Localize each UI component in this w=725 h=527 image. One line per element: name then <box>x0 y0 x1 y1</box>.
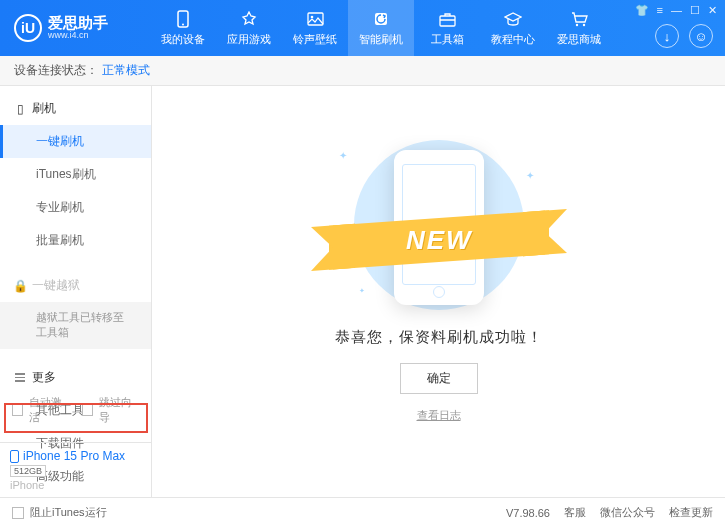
menu-icon[interactable]: ≡ <box>657 4 663 17</box>
skin-icon[interactable]: 👕 <box>635 4 649 17</box>
nav-apps[interactable]: 应用游戏 <box>216 0 282 56</box>
maximize-icon[interactable]: ☐ <box>690 4 700 17</box>
checkbox-block-itunes[interactable] <box>12 507 24 519</box>
label-auto-activate: 自动激活 <box>29 395 69 425</box>
cart-icon <box>569 9 589 29</box>
sidebar-options: 自动激活 跳过向导 <box>0 389 151 431</box>
sidebar-item-batch-flash[interactable]: 批量刷机 <box>0 224 151 257</box>
close-icon[interactable]: ✕ <box>708 4 717 17</box>
sidebar: ▯刷机 一键刷机 iTunes刷机 专业刷机 批量刷机 🔒一键越狱 越狱工具已转… <box>0 86 152 497</box>
app-site: www.i4.cn <box>48 31 108 41</box>
apps-icon <box>239 9 259 29</box>
svg-rect-2 <box>308 13 323 25</box>
graduation-icon <box>503 9 523 29</box>
nav-store[interactable]: 爱思商城 <box>546 0 612 56</box>
sidebar-jailbreak-note: 越狱工具已转移至 工具箱 <box>0 302 151 349</box>
nav-toolbox[interactable]: 工具箱 <box>414 0 480 56</box>
main-content: ✦ ✦ ✦ NEW 恭喜您，保资料刷机成功啦！ 确定 查看日志 <box>152 86 725 497</box>
download-button[interactable]: ↓ <box>655 24 679 48</box>
success-illustration: ✦ ✦ ✦ NEW <box>329 140 549 310</box>
phone-small-icon <box>10 450 19 463</box>
ok-button[interactable]: 确定 <box>400 363 478 394</box>
checkbox-auto-activate[interactable] <box>12 404 23 416</box>
label-block-itunes: 阻止iTunes运行 <box>30 505 107 520</box>
refresh-icon <box>371 9 391 29</box>
device-info: iPhone 15 Pro Max 512GB iPhone <box>0 442 151 497</box>
status-value: 正常模式 <box>102 62 150 79</box>
footer: 阻止iTunes运行 V7.98.66 客服 微信公众号 检查更新 <box>0 497 725 527</box>
device-icon: ▯ <box>14 102 26 116</box>
sidebar-item-itunes-flash[interactable]: iTunes刷机 <box>0 158 151 191</box>
svg-point-7 <box>582 23 584 25</box>
user-button[interactable]: ☺ <box>689 24 713 48</box>
logo: iU 爱思助手 www.i4.cn <box>0 14 150 42</box>
sidebar-item-oneclick-flash[interactable]: 一键刷机 <box>0 125 151 158</box>
footer-link-update[interactable]: 检查更新 <box>669 505 713 520</box>
status-bar: 设备连接状态： 正常模式 <box>0 56 725 86</box>
logo-icon: iU <box>14 14 42 42</box>
image-icon <box>305 9 325 29</box>
svg-point-3 <box>310 16 313 19</box>
toolbox-icon <box>437 9 457 29</box>
window-controls: 👕 ≡ — ☐ ✕ <box>635 4 717 17</box>
device-name[interactable]: iPhone 15 Pro Max <box>10 449 141 463</box>
nav-my-device[interactable]: 我的设备 <box>150 0 216 56</box>
status-label: 设备连接状态： <box>14 62 98 79</box>
device-type: iPhone <box>10 479 141 491</box>
svg-point-1 <box>182 24 184 26</box>
nav-flash[interactable]: 智能刷机 <box>348 0 414 56</box>
svg-rect-5 <box>440 16 455 26</box>
nav-ringtones[interactable]: 铃声壁纸 <box>282 0 348 56</box>
label-skip-setup: 跳过向导 <box>99 395 139 425</box>
phone-icon <box>173 9 193 29</box>
lock-icon: 🔒 <box>14 279 26 293</box>
sidebar-item-pro-flash[interactable]: 专业刷机 <box>0 191 151 224</box>
svg-point-6 <box>575 23 577 25</box>
hamburger-icon <box>14 373 26 382</box>
app-header: iU 爱思助手 www.i4.cn 我的设备 应用游戏 铃声壁纸 智能刷机 工具… <box>0 0 725 56</box>
sidebar-group-jailbreak: 🔒一键越狱 <box>0 269 151 302</box>
success-message: 恭喜您，保资料刷机成功啦！ <box>335 328 543 347</box>
device-storage: 512GB <box>10 465 46 477</box>
app-name: 爱思助手 <box>48 15 108 32</box>
version-label: V7.98.66 <box>506 507 550 519</box>
sidebar-group-flash[interactable]: ▯刷机 <box>0 92 151 125</box>
nav-tutorials[interactable]: 教程中心 <box>480 0 546 56</box>
footer-link-support[interactable]: 客服 <box>564 505 586 520</box>
footer-link-wechat[interactable]: 微信公众号 <box>600 505 655 520</box>
minimize-icon[interactable]: — <box>671 4 682 17</box>
view-log-link[interactable]: 查看日志 <box>417 408 461 423</box>
checkbox-skip-setup[interactable] <box>82 404 93 416</box>
